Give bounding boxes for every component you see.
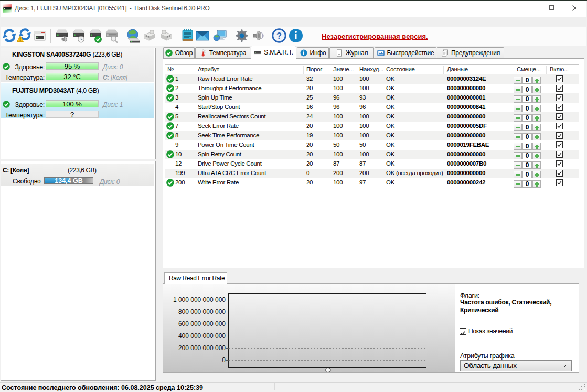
svg-text:?: ? — [276, 31, 282, 40]
